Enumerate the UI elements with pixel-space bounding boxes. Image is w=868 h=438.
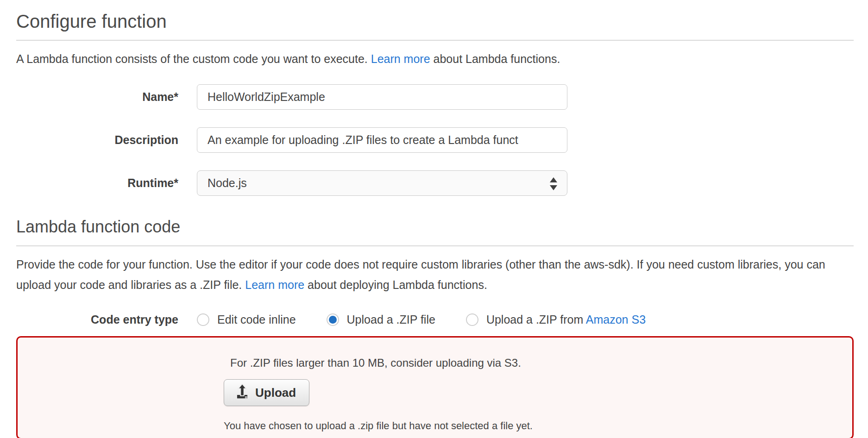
radio-upload-zip-s3[interactable]: Upload a .ZIP from Amazon S3 xyxy=(466,313,646,326)
radio-upload-zip-file[interactable]: Upload a .ZIP file xyxy=(327,313,435,326)
code-entry-type-label: Code entry type xyxy=(16,313,197,326)
radio-circle-upload-zip[interactable] xyxy=(327,313,339,326)
configure-function-page: Configure function A Lambda function con… xyxy=(0,11,868,438)
runtime-label: Runtime* xyxy=(16,176,197,190)
name-field-row: Name* xyxy=(16,84,854,110)
configure-form: Name* Description Runtime* Node.js xyxy=(16,84,854,196)
intro-text: A Lambda function consists of the custom… xyxy=(16,49,845,69)
radio-label-upload-zip: Upload a .ZIP file xyxy=(347,313,435,326)
intro-post-text: about Lambda functions. xyxy=(430,52,560,65)
name-input[interactable] xyxy=(197,84,567,110)
code-entry-type-row: Code entry type Edit code inline Upload … xyxy=(16,313,854,326)
name-label: Name* xyxy=(16,90,197,104)
title-divider xyxy=(16,40,854,41)
code-intro-post-text: about deploying Lambda functions. xyxy=(304,278,487,291)
learn-more-lambda-link[interactable]: Learn more xyxy=(371,52,430,65)
select-updown-arrows-icon xyxy=(548,176,559,191)
radio-label-upload-s3: Upload a .ZIP from Amazon S3 xyxy=(486,313,646,326)
description-field-row: Description xyxy=(16,127,854,153)
description-input[interactable] xyxy=(197,127,567,153)
runtime-field-row: Runtime* Node.js xyxy=(16,170,854,196)
section-title-lambda-code: Lambda function code xyxy=(16,217,854,237)
radio-label-upload-s3-pre: Upload a .ZIP from xyxy=(486,313,586,326)
code-entry-radio-group: Edit code inline Upload a .ZIP file Uplo… xyxy=(197,313,646,326)
upload-button[interactable]: Upload xyxy=(224,379,309,406)
radio-circle-edit-inline[interactable] xyxy=(197,313,209,326)
intro-pre-text: A Lambda function consists of the custom… xyxy=(16,52,371,65)
radio-circle-upload-s3[interactable] xyxy=(466,313,478,326)
radio-label-edit-inline: Edit code inline xyxy=(217,313,296,326)
code-intro-text: Provide the code for your function. Use … xyxy=(16,254,845,295)
section-divider xyxy=(16,245,854,246)
runtime-select[interactable]: Node.js xyxy=(197,170,567,196)
amazon-s3-link[interactable]: Amazon S3 xyxy=(586,313,646,326)
upload-status-text: You have chosen to upload a .zip file bu… xyxy=(224,420,838,432)
upload-icon xyxy=(235,384,249,402)
upload-size-note: For .ZIP files larger than 10 MB, consid… xyxy=(224,357,838,369)
radio-edit-code-inline[interactable]: Edit code inline xyxy=(197,313,296,326)
runtime-selected-value: Node.js xyxy=(208,176,247,190)
learn-more-deploy-link[interactable]: Learn more xyxy=(245,278,304,291)
page-title: Configure function xyxy=(16,11,854,32)
upload-alert-panel: For .ZIP files larger than 10 MB, consid… xyxy=(16,336,854,438)
description-label: Description xyxy=(16,133,197,147)
upload-button-label: Upload xyxy=(255,386,296,400)
